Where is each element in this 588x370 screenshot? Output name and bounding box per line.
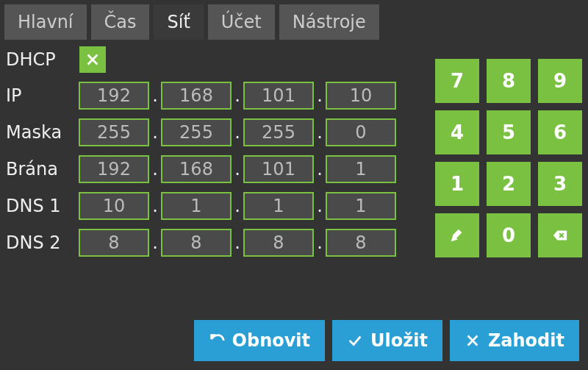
key-3[interactable]: 3 — [538, 162, 582, 206]
refresh-button[interactable]: Obnovit — [194, 320, 326, 361]
dns1-octet-1[interactable]: 10 — [79, 192, 149, 220]
ip-octet-3[interactable]: 101 — [243, 82, 314, 110]
label-dhcp: DHCP — [6, 49, 76, 70]
tab-network[interactable]: Síť — [154, 4, 203, 40]
tab-bar: Hlavní Čas Síť Účet Nástroje — [0, 0, 588, 40]
dhcp-checkbox[interactable] — [79, 46, 106, 73]
dns1-octet-4[interactable]: 1 — [326, 192, 396, 220]
label-mask: Maska — [6, 122, 76, 143]
discard-label: Zahodit — [488, 330, 564, 351]
undo-icon — [209, 332, 225, 349]
ip-octet-1[interactable]: 192 — [79, 82, 149, 110]
dot: . — [151, 85, 159, 106]
x-icon — [85, 51, 101, 68]
dot: . — [151, 122, 159, 143]
dot: . — [234, 232, 241, 253]
dns2-octet-2[interactable]: 8 — [161, 229, 232, 257]
dot: . — [234, 85, 241, 106]
mask-octet-3[interactable]: 255 — [243, 118, 314, 146]
mask-octet-2[interactable]: 255 — [161, 118, 232, 146]
dot: . — [316, 159, 323, 179]
tab-tools[interactable]: Nástroje — [279, 4, 379, 40]
tab-main[interactable]: Hlavní — [4, 4, 87, 40]
dot: . — [316, 85, 323, 106]
dns1-octet-3[interactable]: 1 — [243, 192, 314, 220]
key-2[interactable]: 2 — [487, 162, 531, 206]
discard-button[interactable]: Zahodit — [450, 320, 579, 361]
dns2-octet-3[interactable]: 8 — [243, 229, 314, 257]
key-7[interactable]: 7 — [435, 59, 479, 103]
numeric-keypad: 7 8 9 4 5 6 1 2 3 0 — [435, 46, 582, 257]
key-1[interactable]: 1 — [435, 162, 479, 206]
label-dns2: DNS 2 — [6, 232, 76, 253]
dot: . — [151, 232, 159, 253]
dot: . — [151, 159, 159, 179]
dot: . — [151, 196, 159, 216]
key-0[interactable]: 0 — [487, 213, 531, 257]
label-gateway: Brána — [6, 159, 76, 179]
key-backspace[interactable] — [538, 213, 582, 257]
key-clear[interactable] — [435, 213, 479, 257]
refresh-label: Obnovit — [232, 330, 311, 351]
backspace-icon — [552, 227, 568, 243]
dns2-octet-1[interactable]: 8 — [79, 229, 149, 257]
key-8[interactable]: 8 — [487, 59, 531, 103]
check-icon — [347, 332, 363, 349]
gateway-octet-1[interactable]: 192 — [79, 155, 149, 183]
broom-icon — [449, 227, 465, 243]
ip-octet-2[interactable]: 168 — [161, 82, 232, 110]
dot: . — [234, 122, 241, 143]
tab-time[interactable]: Čas — [91, 4, 150, 40]
dot: . — [234, 159, 241, 179]
gateway-octet-2[interactable]: 168 — [161, 155, 232, 183]
label-ip: IP — [6, 85, 76, 106]
dns1-octet-2[interactable]: 1 — [161, 192, 232, 220]
network-form: DHCP IP 192. 168. 101. 10 Maska 255. 255… — [6, 46, 398, 257]
key-9[interactable]: 9 — [538, 59, 582, 103]
save-button[interactable]: Uložit — [332, 320, 442, 361]
gateway-octet-4[interactable]: 1 — [326, 155, 396, 183]
key-5[interactable]: 5 — [487, 110, 531, 154]
mask-octet-1[interactable]: 255 — [79, 118, 149, 146]
save-label: Uložit — [370, 330, 428, 351]
key-4[interactable]: 4 — [435, 110, 479, 154]
dot: . — [316, 122, 323, 143]
dns2-octet-4[interactable]: 8 — [326, 229, 396, 257]
label-dns1: DNS 1 — [6, 196, 76, 216]
dot: . — [234, 196, 241, 216]
action-bar: Obnovit Uložit Zahodit — [194, 320, 579, 361]
ip-octet-4[interactable]: 10 — [326, 82, 396, 110]
mask-octet-4[interactable]: 0 — [326, 118, 396, 146]
close-icon — [465, 332, 481, 349]
key-6[interactable]: 6 — [538, 110, 582, 154]
dot: . — [316, 196, 323, 216]
gateway-octet-3[interactable]: 101 — [243, 155, 314, 183]
dot: . — [316, 232, 323, 253]
tab-account[interactable]: Účet — [208, 4, 275, 40]
